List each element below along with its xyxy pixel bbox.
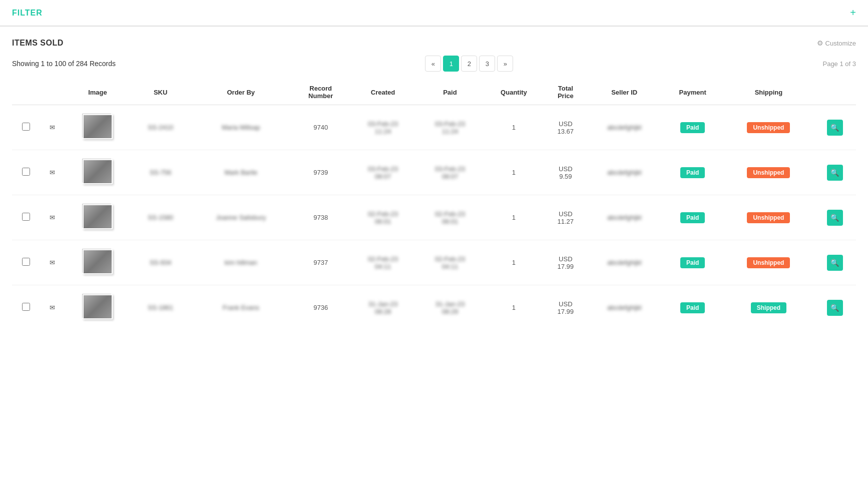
- view-button-1[interactable]: 🔍: [827, 165, 843, 181]
- customize-label: Customize: [825, 40, 856, 47]
- paid-date-value: 02-Feb-2306:01: [435, 210, 465, 225]
- col-quantity: Quantity: [484, 80, 544, 105]
- product-image-0: [83, 114, 113, 139]
- col-checkbox: [12, 80, 40, 105]
- payment-status-badge: Paid: [680, 122, 705, 133]
- seller-id-value: abcdefghijkl: [607, 124, 642, 131]
- created-value: 03-Feb-2308:07: [368, 165, 398, 180]
- quantity-value: 1: [484, 285, 544, 330]
- sku-value: SS-934: [150, 259, 171, 266]
- section-header: ITEMS SOLD ⚙ Customize: [12, 39, 856, 48]
- row-checkbox-1[interactable]: [22, 168, 30, 176]
- main-content: ITEMS SOLD ⚙ Customize Showing 1 to 100 …: [0, 27, 868, 330]
- paid-date-value: 03-Feb-2311:24: [435, 120, 465, 135]
- section-title: ITEMS SOLD: [12, 39, 64, 48]
- seller-id-value: abcdefghijkl: [607, 259, 642, 266]
- shipping-status-badge: Shipped: [751, 302, 786, 313]
- shipping-status-badge: Unshipped: [747, 167, 790, 178]
- payment-status-badge: Paid: [680, 167, 705, 178]
- table-row: ✉SS-1580Joanne Salisbury973802-Feb-2306:…: [12, 195, 856, 240]
- total-price-value: USD17.99: [544, 240, 587, 285]
- next-page-button[interactable]: »: [497, 56, 513, 72]
- record-number-value: 9738: [292, 195, 349, 240]
- row-checkbox-3[interactable]: [22, 258, 30, 266]
- filter-bar: FILTER +: [0, 0, 868, 27]
- table-header-row: Image SKU Order By RecordNumber Created …: [12, 80, 856, 105]
- items-sold-table: Image SKU Order By RecordNumber Created …: [12, 80, 856, 330]
- sku-value: SS-1861: [148, 304, 173, 311]
- order-by-value: Maria Millsap: [222, 124, 260, 131]
- payment-status-badge: Paid: [680, 302, 705, 313]
- page-2-button[interactable]: 2: [461, 56, 477, 72]
- sku-value: SS-2410: [148, 124, 173, 131]
- blurred-range: 100 of 284: [55, 60, 88, 68]
- view-button-2[interactable]: 🔍: [827, 210, 843, 226]
- col-record-number: RecordNumber: [292, 80, 349, 105]
- created-value: 03-Feb-2311:24: [368, 120, 398, 135]
- filter-add-button[interactable]: +: [850, 7, 856, 19]
- total-price-value: USD11.27: [544, 195, 587, 240]
- record-number-value: 9737: [292, 240, 349, 285]
- row-checkbox-0[interactable]: [22, 123, 30, 131]
- page-3-button[interactable]: 3: [479, 56, 495, 72]
- product-image-1: [83, 159, 113, 184]
- page-info: Page 1 of 3: [822, 60, 856, 68]
- order-by-value: kim hillman: [225, 259, 257, 266]
- col-total-price: TotalPrice: [544, 80, 587, 105]
- customize-button[interactable]: ⚙ Customize: [817, 39, 856, 47]
- showing-text: Showing 1 to 100 of 284 Records: [12, 60, 116, 68]
- order-by-value: Frank Evans: [223, 304, 259, 311]
- table-row: ✉SS-1861Frank Evans973631-Jan-2308:2831-…: [12, 285, 856, 330]
- total-price-value: USD9.59: [544, 150, 587, 195]
- email-icon: ✉: [40, 195, 64, 240]
- record-number-value: 9740: [292, 105, 349, 150]
- email-icon: ✉: [40, 150, 64, 195]
- product-image-4: [83, 294, 113, 319]
- email-icon: ✉: [40, 285, 64, 330]
- table-row: ✉SS-934kim hillman973702-Feb-2304:1102-F…: [12, 240, 856, 285]
- paid-date-value: 03-Feb-2308:07: [435, 165, 465, 180]
- paid-date-value: 31-Jan-2308:29: [436, 300, 465, 315]
- col-view: [813, 80, 856, 105]
- col-email: [40, 80, 64, 105]
- created-value: 02-Feb-2304:11: [368, 255, 398, 270]
- shipping-status-badge: Unshipped: [747, 212, 790, 223]
- email-icon: ✉: [40, 105, 64, 150]
- pagination-row: Showing 1 to 100 of 284 Records « 1 2 3 …: [12, 56, 856, 72]
- row-checkbox-4[interactable]: [22, 303, 30, 311]
- view-button-3[interactable]: 🔍: [827, 255, 843, 271]
- col-payment: Payment: [662, 80, 724, 105]
- shipping-status-badge: Unshipped: [747, 257, 790, 268]
- email-icon: ✉: [40, 240, 64, 285]
- table-row: ✉SS-2410Maria Millsap974003-Feb-2311:240…: [12, 105, 856, 150]
- quantity-value: 1: [484, 195, 544, 240]
- seller-id-value: abcdefghijkl: [607, 169, 642, 176]
- created-value: 31-Jan-2308:28: [368, 300, 398, 315]
- prev-page-button[interactable]: «: [425, 56, 441, 72]
- seller-id-value: abcdefghijkl: [607, 304, 642, 311]
- page-1-button[interactable]: 1: [443, 56, 459, 72]
- col-shipping: Shipping: [724, 80, 814, 105]
- view-button-0[interactable]: 🔍: [827, 120, 843, 136]
- total-price-value: USD17.99: [544, 285, 587, 330]
- pagination-controls: « 1 2 3 »: [425, 56, 513, 72]
- product-image-2: [83, 204, 113, 229]
- col-seller-id: Seller ID: [587, 80, 662, 105]
- quantity-value: 1: [484, 105, 544, 150]
- payment-status-badge: Paid: [680, 212, 705, 223]
- product-image-3: [83, 249, 113, 274]
- col-order-by: Order By: [190, 80, 292, 105]
- payment-status-badge: Paid: [680, 257, 705, 268]
- seller-id-value: abcdefghijkl: [607, 214, 642, 221]
- order-by-value: Joanne Salisbury: [216, 214, 266, 221]
- filter-title: FILTER: [12, 9, 43, 18]
- row-checkbox-2[interactable]: [22, 213, 30, 221]
- col-image: Image: [64, 80, 131, 105]
- record-number-value: 9739: [292, 150, 349, 195]
- record-number-value: 9736: [292, 285, 349, 330]
- col-sku: SKU: [131, 80, 190, 105]
- created-value: 02-Feb-2306:01: [368, 210, 398, 225]
- view-button-4[interactable]: 🔍: [827, 300, 843, 316]
- table-row: ✉SS-756Mark Barile973903-Feb-2308:0703-F…: [12, 150, 856, 195]
- shipping-status-badge: Unshipped: [747, 122, 790, 133]
